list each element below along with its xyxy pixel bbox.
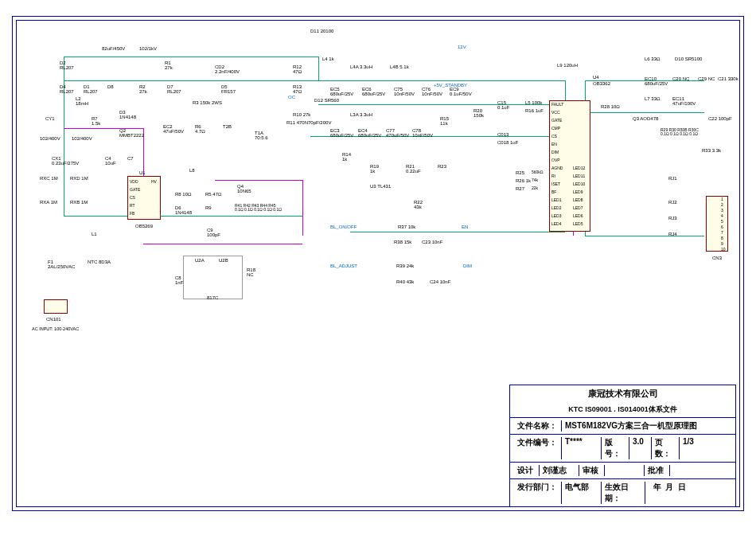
label-R9: R9 xyxy=(205,205,212,210)
wire xyxy=(64,216,302,217)
review-label: 审核 xyxy=(579,465,605,476)
label-C7: C7 xyxy=(127,156,134,161)
title-block: 康冠技术有限公司 KTC IS09001 . IS014001体系文件 文件名称… xyxy=(509,385,736,507)
label-R38: R38 15k xyxy=(394,240,411,244)
cn3-pin-4: 4 xyxy=(721,213,727,219)
reviewer xyxy=(605,465,645,476)
label-U1: U1 xyxy=(139,170,146,175)
label-R19: R191k xyxy=(370,164,379,174)
wire xyxy=(350,232,565,232)
pin-ri: RI xyxy=(551,174,555,178)
pin-dim2: DIM xyxy=(551,150,559,154)
pin-led4: LED4 xyxy=(551,222,562,226)
label-Q3: Q3 AOD478 xyxy=(633,116,658,121)
title-company: 康冠技术有限公司 xyxy=(510,385,735,402)
label-F1: F12AL/250VAC xyxy=(48,260,75,269)
label-RXA: RXA 1M xyxy=(40,200,57,205)
label-R12: R1247Ω xyxy=(293,64,302,74)
wire xyxy=(215,180,302,181)
wire xyxy=(64,80,565,81)
pin-gate2: GATE xyxy=(551,119,562,123)
wire xyxy=(64,57,64,216)
label-EC11: EC1147uF/100V xyxy=(672,96,696,106)
pin-iset: ISET xyxy=(551,182,560,186)
cn3-pin-3: 3 xyxy=(721,208,727,213)
label-EC4: EC4680uF/25V xyxy=(358,128,381,138)
label-RG2: 74k xyxy=(532,178,538,182)
approver xyxy=(670,465,731,476)
label-D2: D2RL207 xyxy=(60,61,74,70)
net-bl-on: BL_ON/OFF xyxy=(330,225,357,229)
label-R29-30: R29 R30 R30B R30C0.1Ω 0.1Ω 0.1Ω 0.1Ω xyxy=(661,128,699,136)
label-R15: R1511k xyxy=(440,116,449,126)
label-R40: R40 43k xyxy=(396,279,414,284)
title-system: KTC IS09001 . IS014001体系文件 xyxy=(510,402,735,418)
label-C75: C7510nF/50V xyxy=(394,87,415,96)
label-RJ2: RJ2 xyxy=(668,200,677,205)
page-label: 页数： xyxy=(652,437,680,459)
label-R21: R210.22uF xyxy=(406,164,421,174)
label-R22: R2243k xyxy=(414,200,423,209)
label-CN101: CN101 xyxy=(46,317,61,322)
cn3-pin-8: 8 xyxy=(721,236,727,241)
label-D5: D5FR157 xyxy=(221,84,236,94)
label-ac-input: AC INPUT: 100-240VAC xyxy=(32,327,79,332)
label-C9: C9100pF xyxy=(207,228,220,237)
label-CD2: CD22.2nF/400V xyxy=(215,64,240,74)
wire xyxy=(143,244,302,244)
label-R28: R28 10Ω xyxy=(601,104,620,109)
label-R7: R71.5k xyxy=(92,116,100,126)
pin-led6: LED6 xyxy=(573,214,583,218)
file-code-label: 文件编号： xyxy=(514,437,562,459)
cn3-pin-6: 6 xyxy=(721,225,727,230)
version-label: 版号： xyxy=(602,437,629,459)
label-C14: 102/400V xyxy=(72,136,92,141)
label-L4A: L4A 3.3uH xyxy=(350,64,372,69)
net-bl-adj: BL_ADJUST xyxy=(330,264,357,268)
label-R20: R20150k xyxy=(473,108,484,118)
label-D7: D7RL207 xyxy=(167,84,181,94)
label-RG3: 22k xyxy=(532,186,538,190)
label-C4: C410uF xyxy=(105,156,116,166)
label-EC6: EC6680uF/25V xyxy=(362,87,385,96)
cn3-pin-10: 10 xyxy=(721,247,727,252)
file-code: T**** xyxy=(562,437,602,459)
pin-cs2: CS xyxy=(551,135,557,139)
pin-led1: LED1 xyxy=(551,198,562,202)
label-D11: D11 20100 xyxy=(310,29,333,33)
label-D12: D12 SR560 xyxy=(314,98,339,103)
label-Q2: Q2MMBT2222 xyxy=(119,128,144,138)
label-R26: R26 1k xyxy=(516,178,531,183)
cn3-pin-7: 7 xyxy=(721,230,727,236)
date-label: 生效日期： xyxy=(602,482,645,504)
file-name-label: 文件名称： xyxy=(514,420,562,432)
label-R8: R8 10Ω xyxy=(175,192,192,197)
label-R1: R127k xyxy=(165,61,173,70)
pin-ovp: OVP xyxy=(551,158,560,162)
label-R27: R27 xyxy=(516,186,524,191)
label-C20: C20 NC xyxy=(672,76,689,81)
label-D6: D61N4148 xyxy=(175,205,192,215)
label-L2: L218mH xyxy=(76,96,88,106)
net-oc: OC xyxy=(288,95,295,100)
pin-led11: LED11 xyxy=(573,174,585,178)
label-EC5: EC5680uF/25V xyxy=(330,87,353,96)
label-T2B: T2B xyxy=(223,124,232,129)
label-C01: 102/1kV xyxy=(139,46,157,51)
label-EC1: 82uF/450V xyxy=(102,46,125,51)
label-L9: L9 120uH xyxy=(557,63,578,68)
label-R25: R25 xyxy=(516,170,524,175)
label-D1: D1RL207 xyxy=(84,84,98,94)
wire xyxy=(64,57,318,57)
label-R14: R141k xyxy=(342,152,351,162)
pin-agnd: AGND xyxy=(551,166,563,170)
label-R37: R37 10k xyxy=(398,225,415,229)
label-C23: C23 10nF xyxy=(422,240,442,244)
pin-cmp: CMP xyxy=(551,127,560,131)
approve-label: 批准 xyxy=(645,465,670,476)
pin-led12: LED12 xyxy=(573,166,585,170)
label-L5: L5 100k xyxy=(525,100,542,105)
label-R3: R3 150k 2WS xyxy=(193,100,222,105)
connector-cn101 xyxy=(44,299,68,314)
pin-led10: LED10 xyxy=(573,182,585,186)
